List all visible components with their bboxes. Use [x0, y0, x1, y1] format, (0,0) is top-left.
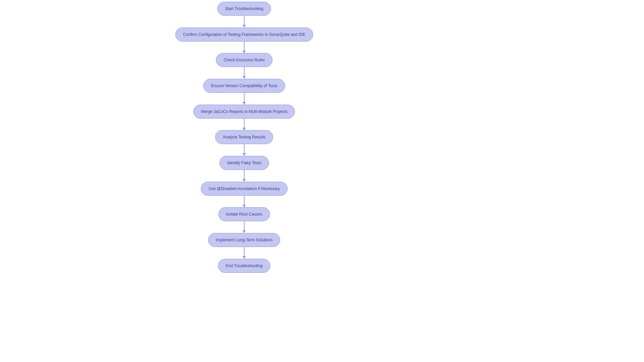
node-label: End Troubleshooting: [226, 263, 263, 268]
arrow: [244, 93, 245, 104]
node-check-exclusion: Check Exclusion Rules: [216, 53, 273, 67]
node-identify-flaky: Identify Flaky Tests: [219, 156, 269, 170]
node-isolate-root: Isolate Root Causes: [218, 207, 270, 221]
arrow: [244, 42, 245, 53]
node-analyze-results: Analyze Testing Results: [215, 130, 273, 144]
node-label: Ensure Version Compatibility of Tools: [211, 83, 277, 88]
arrow: [244, 119, 245, 130]
node-confirm-config: Confirm Configuration of Testing Framewo…: [175, 27, 313, 42]
arrow: [244, 67, 245, 78]
node-merge-jacoco: Merge JaCoCo Reports in Multi-Module Pro…: [193, 105, 295, 119]
node-label: Implement Long-Term Solutions: [216, 238, 272, 242]
node-end: End Troubleshooting: [218, 259, 270, 273]
node-implement-solutions: Implement Long-Term Solutions: [208, 233, 280, 247]
node-start: Start Troubleshooting: [217, 2, 271, 16]
arrow: [244, 221, 245, 233]
node-label: Start Troubleshooting: [225, 6, 263, 11]
node-label: Merge JaCoCo Reports in Multi-Module Pro…: [201, 109, 287, 114]
node-label: Check Exclusion Rules: [224, 58, 265, 62]
node-label: Identify Flaky Tests: [227, 161, 261, 165]
node-label: Confirm Configuration of Testing Framewo…: [183, 32, 306, 37]
arrow: [244, 16, 245, 27]
node-label: Use @Disabled Annotation if Necessary: [209, 186, 280, 191]
node-disabled-annotation: Use @Disabled Annotation if Necessary: [201, 182, 288, 196]
arrow: [244, 196, 245, 207]
arrow: [244, 144, 245, 156]
arrow: [244, 247, 245, 258]
node-version-compat: Ensure Version Compatibility of Tools: [203, 79, 285, 93]
node-label: Isolate Root Causes: [226, 212, 262, 217]
arrow: [244, 170, 245, 181]
node-label: Analyze Testing Results: [223, 135, 265, 139]
flowchart-canvas: Start Troubleshooting Confirm Configurat…: [0, 0, 644, 362]
